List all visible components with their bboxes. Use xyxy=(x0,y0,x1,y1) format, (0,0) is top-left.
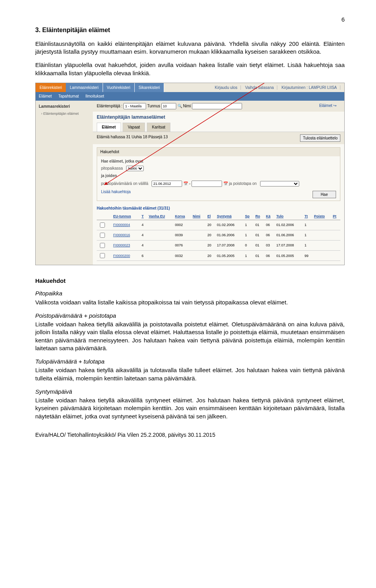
column-header[interactable]: Vanha EU xyxy=(147,213,174,220)
column-header[interactable]: Pt xyxy=(331,213,340,220)
cell: 06 xyxy=(264,220,275,230)
row-checkbox[interactable] xyxy=(100,253,105,258)
row-checkbox[interactable] xyxy=(100,223,105,228)
hae-elaimet-label: Hae eläimet, jotka ovat xyxy=(101,159,336,164)
cell xyxy=(331,230,340,240)
column-header[interactable]: Nimi xyxy=(191,213,206,220)
change-password-link[interactable]: Vaihda salasana xyxy=(245,85,277,90)
cell: 06 xyxy=(264,230,275,240)
cell: 1 xyxy=(244,251,254,261)
tab-sikarekisteri[interactable]: Sikarekisteri xyxy=(135,83,164,92)
column-header[interactable]: Ro xyxy=(254,213,264,220)
app-screenshot: Eläinrekisteri Lammasrekisteri Vuohireki… xyxy=(35,83,345,265)
subtab-vapaat[interactable]: Vapaat xyxy=(123,123,145,132)
filter-label-pitaja: Eläintenpitäjä : xyxy=(97,104,123,108)
filter-label-nimi: Nimi xyxy=(183,104,191,108)
login-name: Kirjautuminen : LAMPURI LIISA xyxy=(282,85,340,90)
cell: 17.07.2008 xyxy=(275,240,303,250)
cell: 4 xyxy=(140,220,147,230)
column-header[interactable]: Syntymä xyxy=(215,213,244,220)
pitopaikka-select[interactable]: kaikki xyxy=(126,166,144,171)
cell: 1 xyxy=(244,220,254,230)
subtab-elaimat[interactable]: Eläimet xyxy=(97,123,121,132)
table-row: FI0000200600322001.05.20051010601.05.200… xyxy=(97,251,340,261)
cell: 01.02.2006 xyxy=(275,220,303,230)
results-heading: Hakuehtoihin täsmäävät eläimet (31/31) xyxy=(93,204,344,213)
calendar-icon[interactable]: 📅 xyxy=(183,181,188,186)
date-from-input[interactable] xyxy=(152,181,182,187)
column-header[interactable] xyxy=(97,213,112,220)
page-number: 6 xyxy=(35,16,345,24)
row-checkbox[interactable] xyxy=(100,243,105,248)
intro-paragraph-1: Eläinlistausnäytöllä on kaikki eläintenp… xyxy=(35,40,345,56)
cell: 0032 xyxy=(174,251,191,261)
eu-tunnus-link[interactable]: FI0000200 xyxy=(112,251,140,261)
cell: 01.05.2005 xyxy=(275,251,303,261)
cell: 6 xyxy=(140,251,147,261)
results-table: EU-tunnusTVanha EUKorvaNimiElSyntymäSpRo… xyxy=(97,213,340,261)
cell xyxy=(147,251,174,261)
filter-nimi-input[interactable] xyxy=(192,103,242,109)
calendar-icon[interactable]: 📅 xyxy=(223,181,228,186)
logout-link[interactable]: Kirjaudu ulos xyxy=(215,85,241,90)
sidebar-item-elainten[interactable]: › Eläintenpitäjän eläimet xyxy=(41,111,90,116)
column-header[interactable]: Poisto xyxy=(313,213,331,220)
cell: 17.07.2008 xyxy=(215,240,244,250)
cell: 01.05.2005 xyxy=(215,251,244,261)
page-footer: Evira/HALO/ Tietohallintoyksikkö/ Pia Vi… xyxy=(35,431,345,439)
cell xyxy=(191,230,206,240)
column-header[interactable]: Tt xyxy=(303,213,312,220)
filter-pitaja-input[interactable] xyxy=(123,103,146,109)
cell xyxy=(331,240,340,250)
cell: 01 xyxy=(254,251,264,261)
tulopaiva-paragraph: Listalle voidaan hakea tietyllä aikaväli… xyxy=(35,366,345,382)
add-conditions-link[interactable]: Lisää hakuehtoja xyxy=(101,190,131,194)
cell: 1 xyxy=(303,220,312,230)
cell: 0076 xyxy=(174,240,191,250)
filter-tunnus-input[interactable] xyxy=(161,103,176,109)
search-icon[interactable]: 🔍 xyxy=(177,104,182,108)
column-header[interactable]: T xyxy=(140,213,147,220)
hakuehdot-heading: Hakuehdot xyxy=(35,277,345,285)
column-header[interactable]: Kä xyxy=(264,213,275,220)
print-list-button[interactable]: Tulosta eläinluettelo xyxy=(300,134,340,142)
intro-paragraph-2: Eläinlistan yläpuolella ovat hakuehdot, … xyxy=(35,61,345,77)
date-to-input[interactable] xyxy=(192,181,222,187)
cell: 0002 xyxy=(174,220,191,230)
eu-tunnus-link[interactable]: FI0000016 xyxy=(112,230,140,240)
cell xyxy=(191,220,206,230)
poistopaiva-paragraph: Listalle voidaan hakea tietyllä aikaväli… xyxy=(35,320,345,352)
cell: 20 xyxy=(206,220,215,230)
pitopaikka-paragraph: Valikosta voidaan valita listalle kaikis… xyxy=(35,299,345,306)
sub-nav: Eläimet Tapahtumat Ilmoitukset xyxy=(36,92,344,101)
poistotapa-select[interactable] xyxy=(260,181,299,186)
elaimet-link[interactable]: Eläimet ↪ xyxy=(319,103,336,109)
search-panel: Hakuehdot Hae eläimet, jotka ovat pitopa… xyxy=(97,147,340,201)
eu-tunnus-link[interactable]: FI0000004 xyxy=(112,220,140,230)
column-header[interactable]: Korva xyxy=(174,213,191,220)
cell: 06 xyxy=(264,251,275,261)
cell: 01.06.2006 xyxy=(215,230,244,240)
cell xyxy=(331,251,340,261)
nav-tapahtumat[interactable]: Tapahtumat xyxy=(58,94,79,98)
column-header[interactable]: EU-tunnus xyxy=(112,213,140,220)
search-button[interactable]: Hae xyxy=(313,191,336,199)
cell xyxy=(191,251,206,261)
tab-lammasrekisteri[interactable]: Lammasrekisteri xyxy=(66,83,103,92)
nav-ilmoitukset[interactable]: Ilmoitukset xyxy=(85,94,104,98)
subtab-karitsat[interactable]: Karitsat xyxy=(147,123,170,132)
tab-vuohirekisteri[interactable]: Vuohirekisteri xyxy=(103,83,135,92)
cell: 0039 xyxy=(174,230,191,240)
tab-elainrekisteri[interactable]: Eläinrekisteri xyxy=(36,83,66,92)
nav-elaimaat[interactable]: Eläimet xyxy=(39,94,52,98)
cell xyxy=(147,230,174,240)
column-header[interactable]: Sp xyxy=(244,213,254,220)
cell xyxy=(313,240,331,250)
cell xyxy=(147,220,174,230)
row-checkbox[interactable] xyxy=(100,233,105,238)
top-right-links: Kirjaudu ulos Vaihda salasana Kirjautumi… xyxy=(208,83,344,92)
column-header[interactable]: El xyxy=(206,213,215,220)
eu-tunnus-link[interactable]: FI0000023 xyxy=(112,240,140,250)
ja-joiden-label: ja joiden xyxy=(101,173,336,179)
column-header[interactable]: Tulo xyxy=(275,213,303,220)
